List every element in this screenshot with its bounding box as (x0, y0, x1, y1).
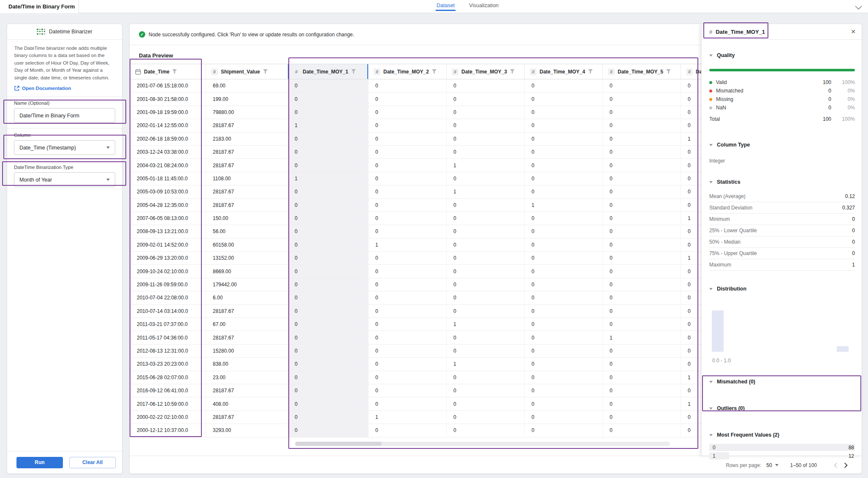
table-cell: 0 (525, 318, 603, 331)
table-cell: 2009-06-29 13:20:00.0 (130, 252, 206, 264)
table-cell: 199.00 (206, 92, 288, 105)
table-cell: 0 (603, 265, 681, 277)
distribution-range-label: 0.0 - 1.0 (712, 358, 855, 364)
column-header-Date_Time_MOY_5[interactable]: #Date_Time_MOY_5 (603, 64, 681, 79)
table-cell: 408.00 (206, 397, 288, 410)
table-cell: 0 (447, 345, 525, 357)
name-field-label: Name (Optional) (14, 100, 115, 106)
binarization-type-select[interactable]: Month of Year (14, 172, 115, 187)
table-cell: 0 (288, 358, 369, 370)
table-cell: 0 (369, 291, 447, 304)
table-cell: 0 (369, 119, 447, 132)
statistic-row: 75% - Upper Quartile0 (709, 248, 855, 259)
statistics-section-header[interactable]: Statistics (709, 179, 855, 185)
table-cell: 56.00 (206, 225, 288, 238)
table-cell: 2008-09-13 13:21:00.0 (130, 225, 206, 238)
page-range-label: 1–50 of 100 (790, 462, 817, 468)
distribution-section-header[interactable]: Distribution (709, 286, 855, 292)
table-cell: 1 (447, 185, 525, 198)
column-header-Date_Time_MOY_1[interactable]: #Date_Time_MOY_1 (288, 64, 369, 79)
name-input[interactable]: Date/Time in Binary Form (14, 108, 115, 123)
table-cell: 0 (603, 92, 681, 105)
table-cell: 3293.00 (206, 424, 288, 437)
column-header-Date_Time_MOY_2[interactable]: #Date_Time_MOY_2 (369, 64, 447, 79)
table-cell: 0 (603, 358, 681, 370)
statistic-row: Minimum0 (709, 214, 855, 225)
quality-section-header[interactable]: Quality (709, 52, 855, 58)
table-cell: 0 (369, 199, 447, 212)
filter-icon[interactable] (666, 69, 671, 74)
quality-row-missing: Missing00% (709, 95, 855, 103)
table-cell: 0 (369, 225, 447, 238)
table-cell: 0 (447, 239, 525, 251)
run-button[interactable]: Run (16, 457, 63, 468)
column-header-Shipment_Value[interactable]: #Shipment_Value (206, 64, 288, 79)
open-documentation-link[interactable]: Open Documentation (7, 82, 122, 96)
table-cell: 1 (288, 119, 369, 132)
table-cell: 28187.67 (206, 305, 288, 318)
mismatched-section-header[interactable]: Mismatched (0) (709, 379, 855, 385)
clear-all-button[interactable]: Clear All (69, 457, 116, 468)
filter-icon[interactable] (263, 69, 268, 74)
status-dot-icon (709, 81, 712, 84)
scrollbar-thumb[interactable] (295, 442, 382, 446)
node-header: Datetime Binarizer (7, 24, 122, 40)
column-details-panel: # Date_Time_MOY_1 ✕ Quality Valid100100%… (701, 24, 862, 456)
column-header-Date_Time[interactable]: Date_Time (130, 64, 206, 79)
table-cell: 0 (525, 345, 603, 357)
column-type-section-header[interactable]: Column Type (709, 142, 855, 148)
table-cell: 0 (525, 278, 603, 291)
table-cell: 0 (525, 239, 603, 251)
table-cell: 0 (525, 384, 603, 397)
filter-icon[interactable] (510, 69, 515, 74)
column-header-Date_Time_MOY_3[interactable]: #Date_Time_MOY_3 (447, 64, 525, 79)
filter-icon[interactable] (351, 69, 356, 74)
table-cell: 2009-10-24 02:10:00.0 (130, 265, 206, 277)
table-cell: 0 (288, 239, 369, 251)
most-frequent-row: 088 (709, 444, 855, 451)
most-frequent-section-header[interactable]: Most Frequent Values (2) (709, 432, 855, 438)
hash-icon: # (608, 68, 615, 75)
filter-icon[interactable] (432, 69, 437, 74)
next-page-button[interactable] (841, 460, 851, 470)
table-cell: 0 (288, 252, 369, 264)
table-cell: 0 (369, 278, 447, 291)
table-cell: 0 (288, 318, 369, 331)
statistic-row: Mean (Average)0.12 (709, 191, 855, 202)
page-title-tab[interactable]: Date/Time in Binary Form (0, 0, 79, 13)
table-cell: 179442.00 (206, 278, 288, 291)
chevron-down-icon (709, 381, 713, 383)
rows-per-page-select[interactable]: 50 (766, 462, 778, 468)
tab-dataset[interactable]: Dataset (436, 0, 456, 11)
table-cell: 28187.67 (206, 119, 288, 132)
table-cell: 2009-02-01 14:52:00.0 (130, 239, 206, 251)
table-cell: 0 (288, 265, 369, 277)
table-cell: 1 (447, 358, 525, 370)
node-description: The DateTime binarizer node adds multipl… (7, 40, 122, 82)
table-cell: 0 (603, 252, 681, 264)
table-cell: 0 (525, 119, 603, 132)
filter-icon[interactable] (172, 69, 177, 74)
column-header-Date_Time_MOY_4[interactable]: #Date_Time_MOY_4 (525, 64, 603, 79)
table-cell: 0 (447, 172, 525, 185)
close-icon[interactable]: ✕ (851, 28, 856, 35)
table-cell: 0 (603, 79, 681, 92)
table-cell: 0 (525, 212, 603, 225)
horizontal-scrollbar[interactable] (295, 442, 670, 446)
filter-icon[interactable] (588, 69, 593, 74)
table-cell: 0 (369, 331, 447, 344)
table-cell: 0 (603, 371, 681, 384)
prev-page-button[interactable] (830, 460, 841, 470)
column-select[interactable]: Date_Time (Timestamp) (14, 140, 115, 155)
table-cell: 0 (369, 212, 447, 225)
table-cell: 2002-01-14 12:55:00.0 (130, 119, 206, 132)
collapse-panel-button[interactable] (855, 4, 862, 11)
table-cell: 2002-06-18 18:59:00.0 (130, 133, 206, 145)
outliers-section-header[interactable]: Outliers (0) (709, 405, 855, 411)
table-cell: 0 (288, 291, 369, 304)
table-cell: 0 (603, 424, 681, 437)
table-cell: 2009-11-26 09:59:00.0 (130, 278, 206, 291)
table-cell: 0 (525, 411, 603, 424)
tab-visualization[interactable]: Visualization (468, 0, 499, 11)
binarization-type-field-group: DateTime Binarization Type Month of Year (7, 160, 122, 193)
